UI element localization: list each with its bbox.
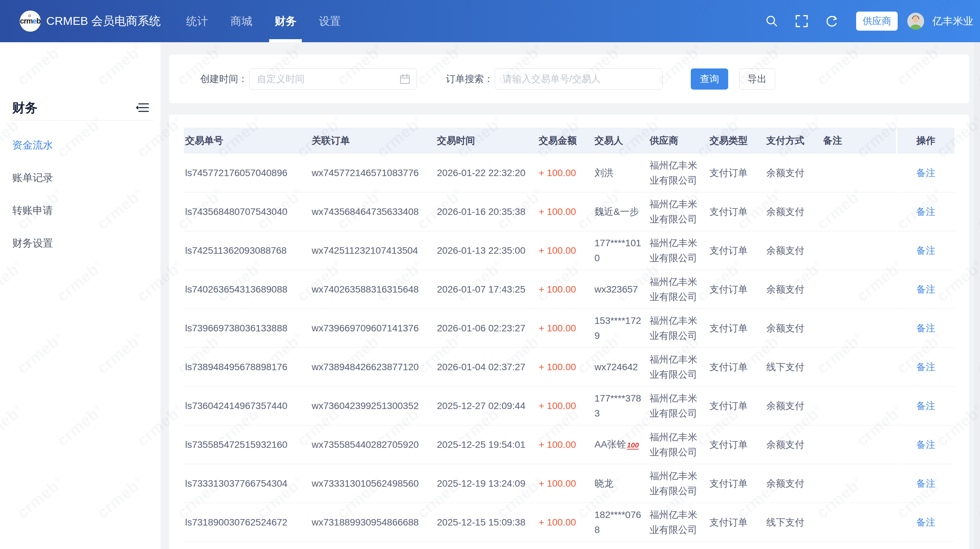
col-person: 交易人 — [593, 134, 648, 147]
cell-pay-type: 余额支付 — [765, 166, 822, 180]
sidebar-item-0[interactable]: 资金流水 — [0, 129, 161, 161]
table-row: ls733313037766754304 wx73331301056249856… — [184, 464, 955, 503]
sidebar-divider — [11, 120, 154, 121]
table-row: ls745772176057040896 wx74577214657108377… — [184, 153, 955, 192]
cell-person: 177****3783 — [593, 391, 648, 421]
query-button[interactable]: 查询 — [691, 69, 728, 89]
order-search-input[interactable] — [495, 69, 662, 89]
cell-supplier: 福州亿丰米业有限公司 — [648, 274, 708, 305]
remark-link[interactable]: 备注 — [916, 399, 935, 412]
cell-pay-type: 线下支付 — [765, 515, 822, 530]
table-row: ls740263654313689088 wx74026358831631564… — [184, 270, 955, 309]
cell-order-no: wx736042399251300352 — [310, 399, 436, 413]
cell-supplier: 福州亿丰米业有限公司 — [648, 430, 708, 460]
cell-order-no: wx745772146571083776 — [310, 166, 436, 180]
sidebar-item-2[interactable]: 转账申请 — [0, 194, 161, 227]
cell-trade-no: ls735585472515932160 — [184, 437, 310, 452]
cell-amount: + 100.00 — [537, 437, 593, 452]
table-row: ls742511362093088768 wx74251123210741350… — [184, 231, 955, 270]
table-row: ls731890030762524672 wx73188993095486668… — [184, 503, 955, 542]
remark-link[interactable]: 备注 — [916, 438, 935, 451]
cell-time: 2026-01-13 22:35:00 — [436, 243, 537, 258]
export-button[interactable]: 导出 — [739, 69, 775, 89]
refresh-icon[interactable] — [825, 14, 838, 28]
nav-item-3[interactable]: 设置 — [308, 0, 352, 42]
cell-supplier: 福州亿丰米业有限公司 — [648, 197, 708, 227]
cell-person: wx323657 — [593, 282, 648, 297]
app-title: CRMEB 会员电商系统 — [46, 13, 161, 29]
cell-amount: + 100.00 — [537, 243, 593, 258]
table-header: 交易单号 关联订单 交易时间 交易金额 交易人 供应商 交易类型 支付方式 备注… — [184, 128, 955, 153]
cell-time: 2026-01-07 17:43:25 — [436, 282, 537, 297]
date-range-input[interactable] — [249, 69, 417, 89]
top-navbar: crmeb CRMEB 会员电商系统 统计商城财务设置 供应商 亿丰米业 — [0, 0, 980, 42]
cell-time: 2026-01-04 02:37:27 — [436, 360, 537, 375]
menu-fold-icon[interactable] — [135, 102, 149, 113]
cell-pay-type: 余额支付 — [765, 437, 822, 452]
cell-order-no: wx739669709607141376 — [310, 321, 436, 336]
nav-item-2[interactable]: 财务 — [263, 0, 308, 42]
cell-order-no: wx735585440282705920 — [310, 437, 436, 452]
user-avatar[interactable] — [907, 13, 924, 30]
cell-pay-type: 余额支付 — [765, 321, 822, 336]
remark-link[interactable]: 备注 — [916, 477, 935, 490]
remark-link[interactable]: 备注 — [916, 244, 935, 257]
main-nav: 统计商城财务设置 — [175, 0, 352, 42]
cell-pay-type: 余额支付 — [765, 399, 822, 413]
order-search — [495, 69, 662, 89]
cell-time: 2025-12-27 02:09:44 — [436, 399, 537, 413]
cell-pay-type: 余额支付 — [765, 204, 822, 219]
cell-trade-type: 支付订单 — [708, 360, 765, 375]
logo-text: crmeb — [20, 17, 40, 26]
cell-trade-no: ls739669738036133888 — [184, 321, 310, 336]
fullscreen-icon[interactable] — [795, 14, 808, 28]
page-scrollbar[interactable] — [974, 42, 980, 549]
remark-link[interactable]: 备注 — [916, 516, 935, 529]
cell-person: 晓龙 — [593, 476, 648, 491]
nav-item-1[interactable]: 商城 — [219, 0, 263, 42]
cell-amount: + 100.00 — [537, 321, 593, 336]
cell-time: 2026-01-22 22:32:20 — [436, 166, 537, 180]
cell-trade-type: 支付订单 — [708, 399, 765, 413]
cell-time: 2026-01-16 20:35:38 — [436, 204, 537, 219]
table-header-main: 交易单号 关联订单 交易时间 交易金额 交易人 供应商 交易类型 支付方式 备注 — [184, 128, 896, 153]
current-user-name[interactable]: 亿丰米业 — [932, 14, 973, 28]
col-time: 交易时间 — [436, 134, 537, 147]
cell-supplier: 福州亿丰米业有限公司 — [648, 236, 708, 266]
app-logo[interactable]: crmeb — [20, 11, 41, 32]
col-order-no: 关联订单 — [310, 134, 436, 147]
remark-link[interactable]: 备注 — [916, 322, 935, 335]
remark-link[interactable]: 备注 — [916, 361, 935, 373]
nav-item-0[interactable]: 统计 — [175, 0, 219, 42]
cell-person: wx724642 — [593, 360, 648, 375]
cell-order-no: wx733313010562498560 — [310, 476, 436, 491]
cell-order-no: wx743568464735633408 — [310, 204, 436, 219]
sidebar-item-3[interactable]: 财务设置 — [0, 227, 161, 260]
col-supplier: 供应商 — [648, 134, 708, 147]
remark-link[interactable]: 备注 — [916, 166, 935, 179]
cell-amount: + 100.00 — [537, 282, 593, 297]
cell-pay-type: 余额支付 — [765, 243, 822, 258]
cell-trade-type: 支付订单 — [708, 282, 765, 297]
remark-link[interactable]: 备注 — [916, 283, 935, 296]
sidebar: 财务 资金流水账单记录转账申请财务设置 — [0, 42, 161, 549]
remark-link[interactable]: 备注 — [916, 205, 935, 218]
cell-person: 153****1729 — [593, 313, 648, 343]
sidebar-item-1[interactable]: 账单记录 — [0, 161, 161, 194]
sidebar-title: 财务 — [12, 99, 37, 117]
search-icon[interactable] — [765, 14, 778, 28]
supplier-badge[interactable]: 供应商 — [856, 11, 898, 31]
cell-supplier: 福州亿丰米业有限公司 — [648, 352, 708, 382]
cell-order-no: wx738948426623877120 — [310, 360, 436, 375]
cell-trade-no: ls740263654313689088 — [184, 282, 310, 297]
cell-time: 2025-12-25 19:54:01 — [436, 437, 537, 452]
col-pay-type: 支付方式 — [765, 134, 822, 147]
sidebar-menu: 资金流水账单记录转账申请财务设置 — [0, 129, 161, 260]
cell-order-no: wx731889930954866688 — [310, 515, 436, 530]
table-body: ls745772176057040896 wx74577214657108377… — [184, 153, 955, 542]
cell-person: 刘洪 — [593, 166, 648, 180]
table-row: ls743568480707543040 wx74356846473563340… — [184, 192, 955, 231]
cell-trade-no: ls742511362093088768 — [184, 243, 310, 258]
col-action: 操作 — [897, 128, 955, 153]
cell-trade-type: 支付订单 — [708, 437, 765, 452]
